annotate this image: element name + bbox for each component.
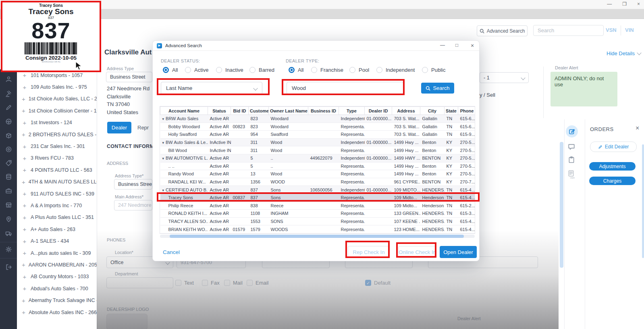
adjustments-button[interactable]: Adjustments <box>589 162 636 171</box>
column-header[interactable]: Phone <box>458 107 476 115</box>
advanced-search-button[interactable]: Advanced Search <box>477 25 528 36</box>
pencil-icon[interactable] <box>5 104 12 111</box>
checkbox-default[interactable]: ✓Default <box>365 280 391 286</box>
expand-plus-icon[interactable]: + <box>22 214 27 221</box>
column-header[interactable]: Dealer ID <box>365 107 392 115</box>
scrollbar-thumb[interactable] <box>170 235 464 238</box>
expand-plus-icon[interactable]: + <box>22 143 27 150</box>
online-check-in-button[interactable]: Online Check In <box>398 246 436 258</box>
expand-plus-icon[interactable]: + <box>22 167 27 173</box>
radio-status-all[interactable]: All <box>163 67 178 73</box>
expand-plus-icon[interactable]: + <box>22 84 27 91</box>
sidebar-dealer-item[interactable]: +A & A Imports Inc - 770 <box>17 200 97 211</box>
briefcase-icon[interactable] <box>5 187 12 194</box>
table-row[interactable]: RANDALL KEI W...Active AR1356WOODReprese… <box>160 178 476 186</box>
checkbox-text[interactable]: Text <box>175 280 194 286</box>
column-header[interactable]: Account Name <box>160 107 208 115</box>
logout-icon[interactable] <box>5 264 12 271</box>
column-header[interactable]: Business ID <box>308 107 339 115</box>
window-restore-icon[interactable]: ❐ <box>622 1 627 7</box>
dialog-minimize-icon[interactable]: — <box>440 42 445 48</box>
main-address-input[interactable]: 247 Needmore Rd <box>114 200 152 210</box>
column-header[interactable]: Customer# <box>249 107 269 115</box>
table-header-row[interactable]: Account NameStatusBid IDCustomer#Owner L… <box>160 107 476 115</box>
sidebar-dealer-item[interactable]: +Absolute Auto Sales INC - 266 <box>17 306 97 318</box>
vin-button[interactable]: VIN <box>625 27 634 33</box>
tab-representative[interactable]: Repr <box>137 125 152 131</box>
department-input[interactable] <box>106 277 173 288</box>
radio-status-barred[interactable]: Barred <box>249 67 274 73</box>
table-row[interactable]: ▾BW Auto Sales & Le...InActive IN311Wood… <box>160 138 476 146</box>
table-row[interactable]: ▾CERTIFIED AUTO B...Active AR837Sons1065… <box>160 186 476 194</box>
gear-icon[interactable] <box>5 246 12 253</box>
column-header[interactable]: Status <box>208 107 231 115</box>
radio-type-pool[interactable]: Pool <box>349 67 369 73</box>
auction-gavel-icon[interactable] <box>5 90 12 97</box>
expand-plus-icon[interactable]: + <box>22 273 27 280</box>
radio-status-active[interactable]: Active <box>185 67 208 73</box>
radio-status-inactive[interactable]: Inactive <box>216 67 243 73</box>
sidebar-dealer-item[interactable]: +109 Auto Sales Inc. - 975 <box>17 81 97 93</box>
expand-plus-icon[interactable]: + <box>22 261 25 268</box>
package-icon[interactable] <box>5 132 12 139</box>
sidebar-dealer-item[interactable]: +4 POINTS AUTO LLC - 563 <box>17 164 97 176</box>
checkbox-fax[interactable]: Fax <box>202 280 220 286</box>
table-row[interactable]: ▾BRW Auto SalesActive AR823WoodardIndepe… <box>160 115 476 123</box>
open-dealer-button[interactable]: Open Dealer <box>440 246 477 258</box>
sidebar-dealer-item[interactable]: +911 AUTO SALES INC - 539 <box>17 188 97 200</box>
tab-dealer[interactable]: Dealer <box>107 122 131 133</box>
table-row[interactable]: TRACY ALLEN SO...Active AR1553SONSRepres… <box>160 217 476 225</box>
column-header[interactable]: Owner Last Name <box>269 107 308 115</box>
expand-plus-icon[interactable]: + <box>22 131 25 138</box>
radio-type-franchise[interactable]: Franchise <box>311 67 343 73</box>
dialog-close-icon[interactable]: × <box>471 42 474 49</box>
expand-plus-icon[interactable]: + <box>22 250 27 256</box>
sidebar-dealer-item[interactable]: +1st Investors - 124 <box>17 117 97 129</box>
expand-plus-icon[interactable]: + <box>22 190 27 197</box>
location-pin-icon[interactable] <box>5 216 12 223</box>
steering-wheel-icon[interactable] <box>5 118 12 125</box>
tag-icon[interactable] <box>5 160 12 167</box>
column-header[interactable]: Address <box>392 107 420 115</box>
clipboard-icon[interactable] <box>568 156 575 165</box>
person-icon[interactable] <box>5 76 12 83</box>
dialog-titlebar[interactable]: ▶ Advanced Search — □ × <box>153 41 479 51</box>
table-row[interactable]: RONALD KEITH I...Active AR1108INGHAMRepr… <box>160 210 476 218</box>
radio-type-independent[interactable]: Independent <box>376 67 415 73</box>
search-field-select[interactable]: Last Name <box>161 82 262 94</box>
sidebar-dealer-item[interactable]: +1st Choice Collision Center - 16 <box>17 105 97 117</box>
checkbox-email[interactable]: Email <box>247 280 269 286</box>
modal-search-button[interactable]: Search <box>421 83 454 94</box>
dealership-logo-placeholder[interactable] <box>106 314 147 329</box>
panel-edit-icon[interactable] <box>566 125 578 137</box>
expand-plus-icon[interactable]: + <box>22 297 25 304</box>
vsn-button[interactable]: VSN <box>606 27 617 33</box>
sidebar-dealer-item[interactable]: +1st Choice Auto Sales, LLC - 23 <box>17 93 97 105</box>
misc-select[interactable]: - 1 <box>480 72 529 83</box>
search-term-input[interactable]: Wood <box>287 82 403 94</box>
column-header[interactable]: City <box>420 107 445 115</box>
radio-type-all[interactable]: All <box>289 67 303 73</box>
column-header[interactable]: State <box>445 107 458 115</box>
expand-plus-icon[interactable]: + <box>22 155 27 162</box>
table-horizontal-scrollbar[interactable] <box>160 235 475 238</box>
expand-plus-icon[interactable]: + <box>22 72 27 79</box>
expand-plus-icon[interactable]: + <box>22 119 27 126</box>
sidebar-dealer-item[interactable]: +Abdual's Auto Sales - 700 <box>17 283 97 294</box>
window-close-icon[interactable]: × <box>637 1 640 7</box>
sidebar-dealer-item[interactable]: +2 BROTHERS AUTO SALES - 2 <box>17 129 97 140</box>
disc-icon[interactable] <box>5 146 12 153</box>
sidebar-dealer-item[interactable]: +Abernathy Truck Salvage INC - <box>17 294 97 306</box>
expand-plus-icon[interactable]: + <box>22 285 27 292</box>
sidebar-dealer-item[interactable]: +A Plus Auto Sales LLC - 351 <box>17 212 97 223</box>
sidebar-dealer-item[interactable]: +4TH & MAIN AUTO SALES LLC <box>17 176 97 188</box>
orders-close-icon[interactable]: × <box>636 125 639 132</box>
expand-plus-icon[interactable]: + <box>22 309 25 316</box>
table-row[interactable]: Bill WoodInActive IN311WoodRepresenta...… <box>160 146 476 154</box>
rep-check-in-button[interactable]: Rep Check In <box>348 246 390 258</box>
sidebar-dealer-item[interactable]: +A+ Auto Sales - 263 <box>17 223 97 235</box>
column-header[interactable]: Bid ID <box>231 107 249 115</box>
storefront-icon[interactable] <box>5 202 12 208</box>
cancel-button[interactable]: Cancel <box>163 249 180 255</box>
hide-details-link[interactable]: Hide Details <box>607 50 641 56</box>
